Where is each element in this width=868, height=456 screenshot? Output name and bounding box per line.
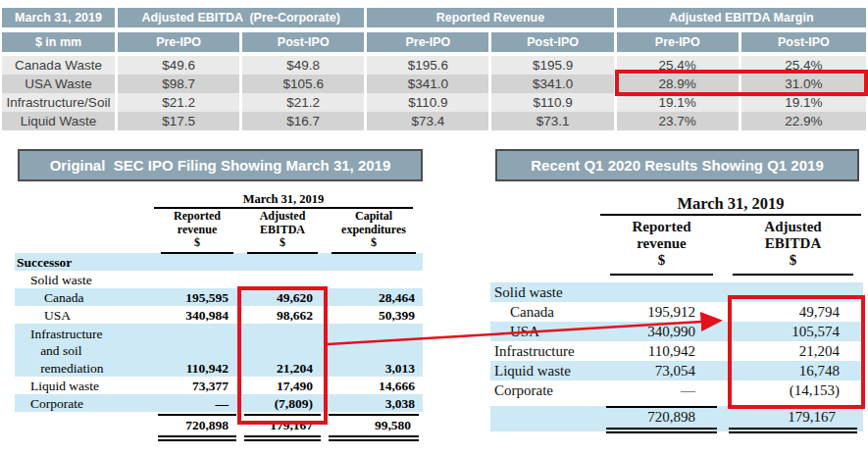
cell: $49.6	[118, 56, 242, 75]
column-header: Pre-IPO	[118, 32, 242, 52]
column-header-capital-expenditures: Capital expenditures $	[332, 210, 416, 254]
cell: $195.9	[491, 56, 616, 75]
column-header-adjusted-ebitda: Adjusted EBITDA $	[247, 210, 318, 254]
row-label: USA	[15, 307, 154, 324]
row-label: Infrastructure and soil remediation	[15, 326, 154, 378]
table-row-canada: Canada 195,595 49,620 28,464	[15, 288, 423, 306]
left-table-header: March 31, 2019 Reported revenue $ Adjust…	[15, 192, 423, 253]
table-header-row-groups: March 31, 2019 Adjusted EBITDA (Pre-Corp…	[2, 8, 866, 27]
row-label: Liquid waste	[15, 378, 154, 394]
cell: 23.7%	[617, 112, 741, 130]
cell: $341.0	[491, 75, 616, 93]
cell: $105.6	[242, 75, 367, 93]
column-header-adjusted-ebitda: Adjusted EBITDA $	[733, 219, 853, 276]
cell: $98.7	[118, 75, 242, 93]
table-row-totals: 720,898 179,167	[490, 406, 863, 431]
cell: 3,038	[325, 395, 423, 412]
group-header-adjusted-ebitda: Adjusted EBITDA (Pre-Corporate)	[118, 8, 367, 27]
column-header: Post-IPO	[741, 32, 866, 52]
row-label: Corporate	[490, 382, 600, 399]
row-label: Canada	[15, 289, 154, 306]
table-header-row-subcolumns: $ in mm Pre-IPO Post-IPO Pre-IPO Post-IP…	[2, 32, 866, 52]
cell: 340,990	[600, 324, 723, 340]
total-cell: 720,898	[606, 406, 717, 433]
column-header: Post-IPO	[491, 32, 616, 52]
right-panel-title: Recent Q1 2020 Results Showing Q1 2019	[495, 149, 859, 181]
highlight-box-results-adjusted-ebitda	[728, 295, 865, 409]
spacer-cell	[490, 219, 600, 276]
row-label: Canada Waste	[2, 56, 118, 75]
row-label: Infrastructure/Soil	[2, 93, 118, 112]
unit-label-cell: $ in mm	[2, 32, 118, 52]
table-row-corporate: Corporate — (7,809) 3,038	[15, 394, 423, 412]
right-table-header: March 31, 2019 Reported revenue $ Adjust…	[490, 194, 863, 282]
total-cell: 99,580	[329, 414, 419, 441]
column-header: Post-IPO	[242, 32, 367, 52]
cell: 14,666	[325, 378, 423, 394]
sec-ipo-filing-table: March 31, 2019 Reported revenue $ Adjust…	[15, 192, 423, 441]
table-row-liquid-waste: Liquid Waste $17.5 $16.7 $73.4 $73.1 23.…	[2, 112, 866, 130]
left-table-column-headers: Reported revenue $ Adjusted EBITDA $ Cap…	[15, 210, 423, 254]
cell: —	[154, 395, 240, 412]
cell: 22.9%	[741, 112, 866, 130]
section-label: Successor	[15, 254, 154, 271]
column-header: Pre-IPO	[367, 32, 491, 52]
cell: 73,377	[154, 378, 240, 394]
spacer-cell	[15, 210, 154, 254]
table-row-liquid-waste: Liquid waste 73,377 17,490 14,666	[15, 377, 423, 394]
cell: $21.2	[242, 93, 367, 112]
cell: 28,464	[325, 289, 423, 306]
cell: 73,054	[600, 363, 723, 380]
cell: —	[600, 382, 723, 399]
row-label: Solid waste	[490, 284, 600, 301]
cell: 50,399	[325, 307, 423, 324]
cell: $21.2	[118, 93, 242, 112]
row-label: Liquid Waste	[2, 112, 118, 130]
cell: 340,984	[154, 307, 240, 324]
row-label: Solid waste	[15, 272, 154, 288]
row-label: Infrastructure	[490, 343, 600, 360]
left-table-date-header: March 31, 2019	[154, 192, 413, 209]
table-row-successor: Successor	[15, 253, 423, 271]
cell: 3,013	[325, 360, 423, 377]
column-header-reported-revenue: Reported revenue $	[610, 219, 713, 276]
financial-exhibit-page: { "colors": { "header_blue": "#8da4b2", …	[0, 0, 868, 456]
cell: $341.0	[367, 75, 491, 93]
right-table-column-headers: Reported revenue $ Adjusted EBITDA $	[490, 219, 863, 276]
row-label: USA Waste	[2, 75, 118, 93]
group-header-reported-revenue: Reported Revenue	[367, 8, 616, 27]
cell: $195.6	[367, 56, 491, 75]
cell: $73.4	[367, 112, 491, 130]
row-label: Liquid waste	[490, 363, 600, 380]
table-row-usa: USA 340,984 98,662 50,399	[15, 306, 423, 324]
column-header-reported-revenue: Reported revenue $	[161, 210, 233, 254]
empty-cell	[15, 414, 154, 441]
cell: $17.5	[118, 112, 242, 130]
table-row-solid-waste: Solid waste	[15, 271, 423, 288]
row-label: Canada	[490, 304, 600, 321]
highlight-box-usa-margin	[615, 70, 868, 96]
highlight-box-filing-adjusted-ebitda	[237, 286, 328, 425]
right-table-date-header: March 31, 2019	[600, 194, 861, 216]
cell: 195,912	[600, 304, 723, 321]
total-cell: 179,167	[729, 406, 857, 433]
date-header-cell: March 31, 2019	[2, 8, 118, 27]
column-header: Pre-IPO	[617, 32, 741, 52]
cell: $16.7	[242, 112, 367, 130]
table-row-infrastructure-soil-remediation: Infrastructure and soil remediation 110,…	[15, 324, 423, 377]
total-cell: 720,898	[158, 414, 236, 441]
left-panel-title: Original SEC IPO Filing Showing March 31…	[18, 149, 423, 181]
cell: $110.9	[491, 93, 616, 112]
cell: $110.9	[367, 93, 491, 112]
cell: 110,942	[600, 343, 723, 360]
cell: $49.8	[242, 56, 367, 75]
cell: 110,942	[154, 360, 240, 377]
row-label: USA	[490, 324, 600, 340]
cell: $73.1	[491, 112, 616, 130]
group-header-ebitda-margin: Adjusted EBITDA Margin	[617, 8, 866, 27]
table-row-totals: 720,898 179,167 99,580	[15, 414, 423, 441]
row-label: Corporate	[15, 395, 154, 412]
cell: 195,595	[154, 289, 240, 306]
